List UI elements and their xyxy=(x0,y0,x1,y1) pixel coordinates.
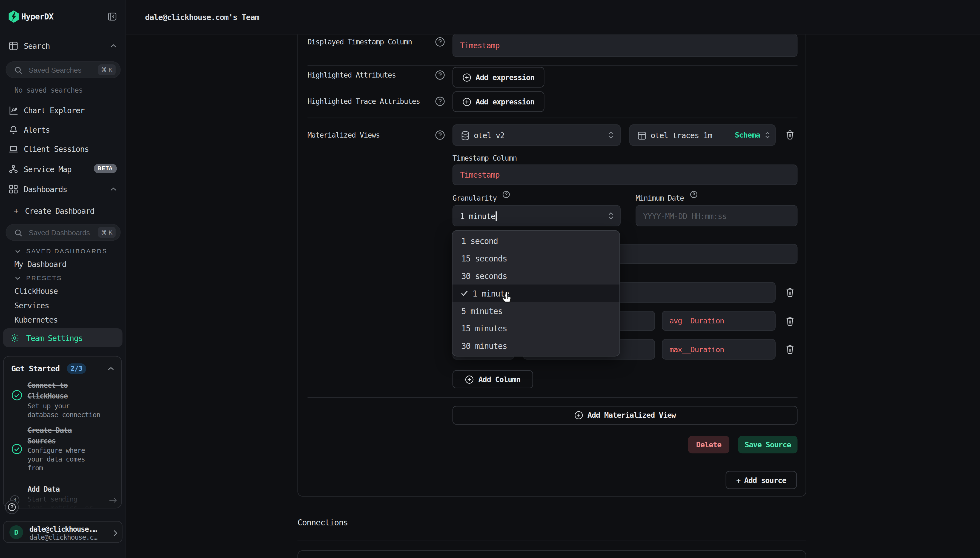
progress-badge: 2/3 xyxy=(67,363,86,374)
input-value: Timestamp xyxy=(460,170,499,179)
bell-icon xyxy=(9,125,18,134)
help-icon[interactable] xyxy=(435,130,445,140)
no-saved-searches-text: No saved searches xyxy=(14,86,82,95)
dropdown-option[interactable]: 1 second xyxy=(453,232,619,249)
sidebar-item-kubernetes[interactable]: Kubernetes xyxy=(14,315,57,325)
help-icon[interactable] xyxy=(435,37,445,47)
schema-link[interactable]: Schema xyxy=(735,131,760,140)
add-expression-button[interactable]: Add expression xyxy=(453,67,544,87)
field-label: Minimum Date xyxy=(636,194,684,202)
add-column-button[interactable]: Add Column xyxy=(453,370,533,388)
sidebar-item-my-dashboard[interactable]: My Dashboard xyxy=(14,259,66,269)
section-saved-dashboards[interactable]: SAVED DASHBOARDS xyxy=(15,248,108,254)
sidebar-item-service-map[interactable]: Service Map BETA xyxy=(0,159,126,178)
sidebar-item-chart-explorer[interactable]: Chart Explorer xyxy=(0,100,126,119)
column-name-input[interactable]: max__Duration xyxy=(662,339,775,359)
button-label: Add Column xyxy=(478,375,520,384)
check-icon xyxy=(461,290,468,297)
sidebar-item-search[interactable]: Search xyxy=(0,36,126,55)
dropdown-option[interactable]: 5 minutes xyxy=(453,302,619,320)
help-button[interactable] xyxy=(5,501,19,514)
step-title[interactable]: Connect to xyxy=(28,381,68,390)
user-profile-card[interactable]: D dale@clickhouse.… dale@clickhouse.c… xyxy=(3,521,123,543)
saved-dashboards-input[interactable]: Saved Dashboards ⌘ K xyxy=(6,224,121,241)
button-label: Save Source xyxy=(745,440,791,449)
sidebar-item-label: Search xyxy=(24,41,50,50)
section-presets[interactable]: PRESETS xyxy=(15,275,62,281)
option-label: 1 minute xyxy=(473,289,509,298)
dropdown-option[interactable]: 30 minutes xyxy=(453,337,619,354)
select-value: otel_v2 xyxy=(474,130,504,140)
step-title[interactable]: ClickHouse xyxy=(28,391,68,400)
step-title[interactable]: Create Data xyxy=(28,426,72,435)
page-header: dale@clickhouse.com's Team xyxy=(126,0,980,34)
collapse-sidebar-icon[interactable] xyxy=(107,12,117,21)
arrow-right-icon xyxy=(109,497,118,504)
sidebar: HyperDX Search Saved Searches ⌘ K No sav… xyxy=(0,0,126,558)
dropdown-option[interactable]: 15 seconds xyxy=(453,249,619,267)
step-title[interactable]: Sources xyxy=(28,437,56,445)
field-label: Materialized Views xyxy=(308,131,380,140)
create-dashboard-button[interactable]: + Create Dashboard xyxy=(0,202,126,220)
column-name-input[interactable]: avg__Duration xyxy=(662,311,775,331)
delete-button[interactable]: Delete xyxy=(688,436,730,453)
select-chevrons-icon xyxy=(608,131,614,140)
field-label: Timestamp Column xyxy=(453,154,517,162)
chevron-up-icon[interactable] xyxy=(107,366,114,371)
button-label: Add source xyxy=(744,476,786,484)
help-icon[interactable] xyxy=(502,191,510,198)
sidebar-item-dashboards[interactable]: Dashboards xyxy=(0,179,126,198)
delete-column-trash-icon[interactable] xyxy=(785,287,795,298)
connections-card xyxy=(298,550,806,558)
delete-view-trash-icon[interactable] xyxy=(785,130,795,140)
help-icon[interactable] xyxy=(435,96,445,106)
app: HyperDX Search Saved Searches ⌘ K No sav… xyxy=(0,0,980,558)
input-value: avg__Duration xyxy=(669,317,724,325)
delete-column-trash-icon[interactable] xyxy=(785,344,795,354)
minimum-date-input[interactable]: YYYY-MM-DD HH:mm:ss xyxy=(636,205,798,226)
add-source-button[interactable]: + Add source xyxy=(726,471,797,489)
granularity-select[interactable]: 1 minute xyxy=(453,205,621,226)
table-select[interactable]: otel_traces_1m Schema xyxy=(630,125,775,146)
sidebar-item-label: Chart Explorer xyxy=(24,105,84,115)
circle-plus-icon xyxy=(462,73,471,82)
sidebar-item-label: Alerts xyxy=(24,125,50,134)
dropdown-option-selected[interactable]: 1 minute xyxy=(453,284,619,302)
plus-icon: + xyxy=(14,206,18,215)
delete-column-trash-icon[interactable] xyxy=(785,316,795,327)
divider xyxy=(308,397,798,398)
step-desc: Set up your xyxy=(28,402,70,410)
help-icon[interactable] xyxy=(435,70,445,80)
dropdown-option[interactable]: 30 seconds xyxy=(453,267,619,284)
hyperdx-logo-icon xyxy=(8,10,20,23)
displayed-timestamp-input[interactable]: Timestamp xyxy=(453,34,798,57)
step-desc: logs, metrics, or xyxy=(28,504,93,509)
step-desc: database connection xyxy=(28,411,100,419)
saved-searches-input[interactable]: Saved Searches ⌘ K xyxy=(6,61,121,79)
dashboards-icon xyxy=(9,184,18,194)
add-materialized-view-button[interactable]: Add Materialized View xyxy=(453,406,798,425)
sidebar-item-team-settings[interactable]: Team Settings xyxy=(3,328,123,347)
step-title[interactable]: Add Data xyxy=(28,484,59,493)
sidebar-item-alerts[interactable]: Alerts xyxy=(0,120,126,139)
sidebar-item-services[interactable]: Services xyxy=(14,301,49,310)
help-icon[interactable] xyxy=(690,191,697,198)
add-expression-button[interactable]: Add expression xyxy=(453,91,544,112)
laptop-icon xyxy=(9,144,18,153)
save-source-button[interactable]: Save Source xyxy=(738,436,798,453)
button-label: Add expression xyxy=(476,97,534,106)
get-started-title: Get Started xyxy=(11,364,59,373)
sidebar-item-clickhouse[interactable]: ClickHouse xyxy=(14,286,57,296)
chevron-up-icon xyxy=(110,44,117,48)
chevron-down-icon xyxy=(15,249,21,253)
dropdown-option[interactable]: 15 minutes xyxy=(453,320,619,337)
database-icon xyxy=(461,131,470,141)
divider xyxy=(308,65,798,66)
circle-plus-icon xyxy=(465,375,474,384)
timestamp-column-input[interactable]: Timestamp xyxy=(453,164,798,185)
plus-icon: + xyxy=(736,476,740,484)
sidebar-item-client-sessions[interactable]: Client Sessions xyxy=(0,140,126,158)
step-desc: Start sending xyxy=(28,495,77,504)
sidebar-item-label: Service Map xyxy=(24,164,72,174)
database-select[interactable]: otel_v2 xyxy=(453,125,621,146)
